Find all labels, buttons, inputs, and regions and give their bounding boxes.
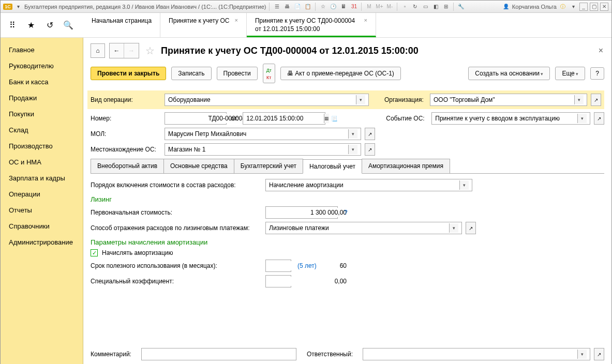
sidebar-item-bank[interactable]: Банк и касса [1,74,83,90]
comment-input[interactable] [145,350,293,359]
open-ref-button[interactable]: ↗ [594,348,604,360]
sidebar-item-main[interactable]: Главное [1,42,83,58]
leasing-expense-input[interactable] [269,223,449,233]
minimize-button[interactable]: _ [579,3,588,11]
m-plus-icon[interactable]: M+ [375,3,383,11]
toolbar-icon[interactable]: ☰ [273,3,281,11]
dtkt-button[interactable]: ДтКт [263,64,275,83]
location-input[interactable] [168,145,348,154]
calc-amort-checkbox[interactable]: ✓ [91,249,98,256]
operation-type-input[interactable] [168,95,356,104]
cost-include-select[interactable]: ▾ [265,179,472,191]
comment-field[interactable] [141,348,296,360]
dropdown-icon[interactable]: ▾ [14,3,22,11]
dropdown-icon[interactable]: ▾ [356,95,365,104]
user-name[interactable]: Корчагина Ольга [512,4,557,10]
tab-noncurrent-asset[interactable]: Внеоборотный актив [91,159,164,173]
sidebar-item-operations[interactable]: Операции [1,186,83,202]
sidebar-item-admin[interactable]: Администрирование [1,234,83,250]
tab-accounting[interactable]: Бухгалтерский учет [234,159,303,173]
sidebar-item-warehouse[interactable]: Склад [1,122,83,138]
mol-input[interactable] [168,129,348,139]
search-nav-icon[interactable]: 🔍 [64,21,73,30]
sidebar-item-hr[interactable]: Зарплата и кадры [1,170,83,186]
calendar-icon[interactable]: 31 [350,3,358,11]
org-select[interactable]: ▾ [430,94,587,106]
date-field[interactable]: ▦ [243,112,325,125]
create-based-button[interactable]: Создать на основании [468,67,550,80]
post-button[interactable]: Провести [217,67,258,80]
tab-doc-list[interactable]: Принятие к учету ОС× [160,13,247,37]
history-nav-icon[interactable]: ↺ [45,21,54,30]
favorite-toggle-icon[interactable]: ☆ [145,44,155,57]
tree-icon[interactable]: ◧ [431,3,440,11]
form-close-icon[interactable]: × [599,46,603,55]
close-button[interactable]: ✕ [600,3,608,11]
tab-close-icon[interactable]: × [364,17,367,23]
event-input[interactable] [435,114,577,123]
home-button[interactable]: ⌂ [91,43,105,58]
sidebar-item-production[interactable]: Производство [1,138,83,154]
initial-cost-field[interactable] [265,206,338,219]
wrench-icon[interactable]: 🔧 [457,3,465,11]
sidebar-item-assets[interactable]: ОС и НМА [1,154,83,170]
event-select[interactable]: ▾ [431,112,590,125]
responsible-select[interactable]: ▾ [363,348,590,360]
m-icon[interactable]: M [365,3,373,11]
refresh-icon[interactable]: ↻ [411,3,419,11]
m-minus-icon[interactable]: M- [385,3,394,11]
doc-icon[interactable]: 📄 [293,3,302,11]
dropdown-icon[interactable]: ▾ [577,350,587,359]
special-coef-field[interactable] [265,275,291,287]
help-button[interactable]: ? [590,67,604,80]
write-button[interactable]: Записать [171,67,211,80]
sidebar-item-reports[interactable]: Отчеты [1,202,83,218]
operation-type-select[interactable]: ▾ [165,94,369,106]
book-icon[interactable]: ▭ [421,3,429,11]
tab-close-icon[interactable]: × [235,17,238,23]
dropdown-icon[interactable]: ▾ [574,95,584,104]
star-icon[interactable]: ☆ [319,3,327,11]
dropdown-icon[interactable]: ▾ [348,145,357,154]
apps-icon[interactable]: ⠿ [8,21,17,30]
open-ref-button[interactable]: ↗ [466,222,476,234]
number-field[interactable] [165,112,227,125]
notes-icon[interactable]: 📃 [329,112,339,125]
dropdown-icon[interactable]: ▾ [348,129,357,139]
location-select[interactable]: ▾ [165,143,361,156]
more-button[interactable]: Еще [555,67,585,80]
post-and-close-button[interactable]: Провести и закрыть [91,67,166,80]
date-input[interactable] [246,114,324,123]
mol-select[interactable]: ▾ [165,128,361,140]
tab-current-doc[interactable]: Принятие к учету ОС ТД00-000004 от 12.01… [247,13,376,37]
useful-life-field[interactable] [265,260,291,272]
new-icon[interactable]: ▫ [400,3,409,11]
sidebar-item-sales[interactable]: Продажи [1,90,83,106]
clipboard-icon[interactable]: 📋 [304,3,312,11]
help-link[interactable]: ? [344,209,348,216]
calc-icon[interactable]: 🖩 [339,3,348,11]
open-ref-button[interactable]: ↗ [365,128,375,140]
sidebar-item-catalogs[interactable]: Справочники [1,218,83,234]
org-input[interactable] [434,95,574,104]
forward-button[interactable]: → [124,43,139,58]
open-ref-button[interactable]: ↗ [591,94,601,106]
maximize-button[interactable]: ▢ [590,3,598,11]
sidebar-item-manager[interactable]: Руководителю [1,58,83,74]
tab-amort-bonus[interactable]: Амортизационная премия [362,159,450,173]
favorites-icon[interactable]: ★ [26,21,36,30]
initial-cost-input[interactable] [269,208,347,217]
calc-amort-label[interactable]: Начислять амортизацию [102,249,173,256]
grid-icon[interactable]: ⊞ [442,3,450,11]
dropdown-user-icon[interactable]: ▾ [569,3,577,11]
tab-fixed-assets[interactable]: Основные средства [163,159,234,173]
dropdown-icon[interactable]: ▾ [459,180,469,190]
sidebar-item-purchases[interactable]: Покупки [1,106,83,122]
cost-include-input[interactable] [269,180,459,190]
calendar-icon[interactable]: ▦ [324,114,329,123]
open-ref-button[interactable]: ↗ [594,112,604,125]
history-icon[interactable]: 🕑 [329,3,337,11]
leasing-expense-select[interactable]: ▾ [265,222,462,234]
info-icon[interactable]: ⓘ [559,3,567,11]
tab-home[interactable]: Начальная страница [83,13,160,37]
